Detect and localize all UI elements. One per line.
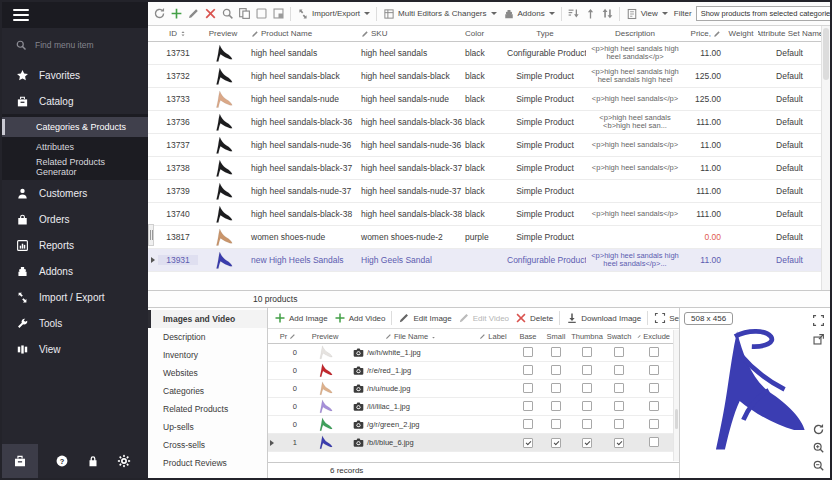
add-icon[interactable] [170,7,183,20]
swatch-checkbox[interactable] [614,401,624,411]
sidebar-item-tools[interactable]: Tools [2,310,148,336]
product-row-13732[interactable]: 13732high heel sandals-blackhigh heel sa… [148,65,830,88]
column-header-exclude[interactable]: Exclude [634,332,673,341]
edit-image-button[interactable]: Edit Image [396,310,453,326]
sidebar-item-import-export[interactable]: Import / Export [2,284,148,310]
tab-related-products[interactable]: Related Products [148,400,267,418]
select-cells-icon[interactable] [272,7,285,20]
column-header-preview[interactable]: Preview [300,332,350,341]
column-header-thumbnail[interactable]: Thumbna [570,332,604,341]
panel-splitter-handle[interactable] [148,224,154,246]
swap-order-icon[interactable] [601,7,614,20]
thumbnail-checkbox[interactable] [582,365,592,375]
base-checkbox[interactable] [523,347,533,357]
exclude-checkbox[interactable] [649,365,659,375]
sidebar-item-related-products-generator[interactable]: Related Products Generator [2,157,148,177]
scrollbar-thumb[interactable] [823,28,829,80]
sidebar-item-categories-products[interactable]: Categories & Products [2,117,148,137]
column-header-label[interactable]: Label [472,332,514,341]
small-checkbox[interactable] [551,383,561,393]
delete-icon[interactable] [204,7,217,20]
menu-search-input[interactable]: Find menu item [2,28,148,62]
zoom-out-icon[interactable] [812,459,825,472]
tab-categories[interactable]: Categories [148,382,267,400]
delete-image-button[interactable]: Delete [513,310,555,326]
column-header-attribute-set[interactable]: Attribute Set Name [758,29,821,38]
sidebar-item-orders[interactable]: Orders [2,206,148,232]
image-row-w-h-white-1-jpg[interactable]: 0/w/h/white_1.jpg [268,344,679,362]
product-row-13931[interactable]: 13931new High Heels SandalsHigh Geels Sa… [148,249,830,272]
column-header-price[interactable]: Price, [684,29,724,38]
fullscreen-icon[interactable] [812,314,825,327]
thumbnail-checkbox[interactable] [582,401,592,411]
hamburger-menu-icon[interactable] [13,9,29,21]
sidebar-item-view[interactable]: View [2,336,148,362]
swatch-checkbox[interactable] [614,438,624,448]
checkbox-icon[interactable] [255,7,268,20]
download-image-button[interactable]: Download Image [564,310,643,326]
sidebar-item-attributes[interactable]: Attributes [2,137,148,157]
move-up-icon[interactable] [584,7,597,20]
column-header-type[interactable]: Type [504,29,586,38]
image-row-b-l-blue-6-jpg[interactable]: 1/b/l/blue_6.jpg [268,434,679,452]
search-icon[interactable] [221,7,234,20]
refresh-icon[interactable] [153,7,166,20]
exclude-checkbox[interactable] [649,401,659,411]
product-row-13736[interactable]: 13736high heel sandals-black-36high heel… [148,111,830,134]
column-header-color[interactable]: Color [462,29,504,38]
sidebar-item-reports[interactable]: Reports [2,232,148,258]
zoom-in-icon[interactable] [812,441,825,454]
help-icon[interactable]: ? [55,454,69,468]
small-checkbox[interactable] [551,347,561,357]
exclude-checkbox[interactable] [649,347,659,357]
image-row-n-u-nude-jpg[interactable]: 0/n/u/nude.jpg [268,380,679,398]
copy-icon[interactable] [238,7,251,20]
base-checkbox[interactable] [523,383,533,393]
sort-icon[interactable] [567,7,580,20]
column-header-preview[interactable]: Preview [198,29,248,38]
sidebar-item-customers[interactable]: Customers [2,180,148,206]
lock-icon[interactable] [86,454,100,468]
scrollbar-thumb[interactable] [675,409,678,429]
small-checkbox[interactable] [551,365,561,375]
category-filter-select[interactable]: Show products from selected categories [696,6,830,21]
addons-button[interactable]: Addons [501,6,557,22]
swatch-checkbox[interactable] [614,347,624,357]
product-row-13739[interactable]: 13739high heel sandals-nude-37high heel … [148,180,830,203]
small-checkbox[interactable] [551,419,561,429]
small-checkbox[interactable] [551,401,561,411]
set-resize-rule-button[interactable]: Set Resize Rule [652,310,679,326]
base-checkbox[interactable] [523,365,533,375]
thumbnail-checkbox[interactable] [582,383,592,393]
thumbnail-checkbox[interactable] [582,419,592,429]
thumbnail-checkbox[interactable] [582,347,592,357]
exclude-checkbox[interactable] [649,383,659,393]
column-header-id[interactable]: ID [158,29,198,38]
sidebar-item-addons[interactable]: Addons [2,258,148,284]
column-header-small[interactable]: Small [542,332,570,341]
product-row-13731[interactable]: 13731high heel sandalshigh heel sandalsb… [148,42,830,65]
column-header-sku[interactable]: SKU [358,29,462,38]
open-external-icon[interactable] [812,333,825,346]
swatch-checkbox[interactable] [614,365,624,375]
exclude-checkbox[interactable] [649,419,659,429]
tab-websites[interactable]: Websites [148,364,267,382]
product-row-13738[interactable]: 13738high heel sandals-black-37high heel… [148,157,830,180]
rotate-icon[interactable] [812,423,825,436]
image-row-r-e-red-1-jpg[interactable]: 0/r/e/red_1.jpg [268,362,679,380]
edit-icon[interactable] [187,7,200,20]
column-header-file-name[interactable]: File Name [350,332,472,341]
product-row-13733[interactable]: 13733high heel sandals-nudehigh heel san… [148,88,830,111]
product-row-13740[interactable]: 13740high heel sandals-black-38high heel… [148,203,830,226]
sidebar-item-favorites[interactable]: Favorites [2,62,148,88]
base-checkbox[interactable] [523,438,533,448]
base-checkbox[interactable] [523,419,533,429]
base-checkbox[interactable] [523,401,533,411]
swatch-checkbox[interactable] [614,419,624,429]
add-image-button[interactable]: Add Image [272,310,330,326]
tab-product-reviews[interactable]: Product Reviews [148,454,267,472]
column-header-description[interactable]: Description [586,29,684,38]
tab-description[interactable]: Description [148,328,267,346]
tab-cross-sells[interactable]: Cross-sells [148,436,267,454]
catalog-footer-button[interactable] [2,444,38,478]
